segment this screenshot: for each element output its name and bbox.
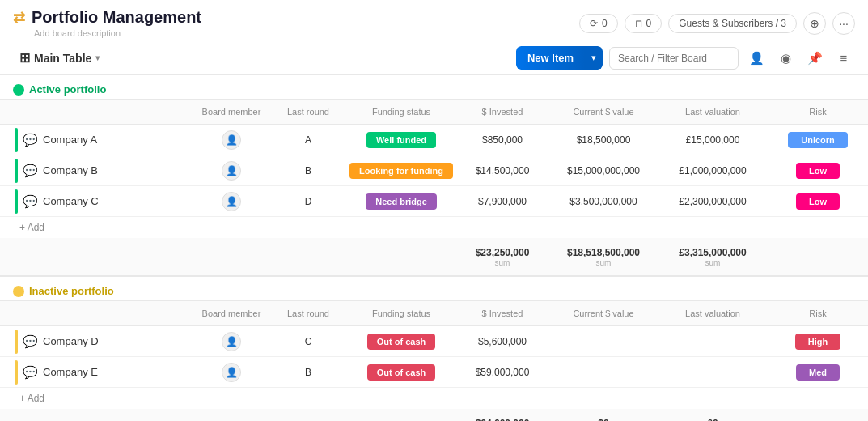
col-invested: $ Invested [458,104,547,120]
last-valuation-cell: £15,000,000 [660,134,765,146]
new-item-button[interactable]: New Item [516,46,585,70]
avatar: 👤 [222,130,241,150]
last-round-cell: A [272,134,345,146]
row-color-bar [15,360,18,385]
active-portfolio-group: Active portfolio Board member Last round… [0,75,868,277]
risk-cell: High [765,334,868,350]
filter-icon-button[interactable]: ≡ [832,47,855,70]
inactive-add-row[interactable]: + Add [0,388,868,409]
inactive-sum-current: $0 sum [547,418,660,422]
table-row: 💬 Company B 👤 B Looking for funding $14,… [0,155,868,186]
header-right: ⟳ 0 ⊓ 0 Guests & Subscribers / 3 ⊕ ··· [579,12,855,35]
active-group-header: Active portfolio [0,75,868,99]
comment-icon[interactable]: 💬 [23,133,38,147]
funding-status-cell: Looking for funding [345,163,458,179]
current-value-cell: $15,000,000,000 [547,165,660,176]
col-funding-i: Funding status [345,305,458,321]
user-avatar-button[interactable]: 👤 [745,47,768,70]
active-add-label: + Add [19,222,44,233]
comment-icon[interactable]: 💬 [23,194,38,209]
search-input[interactable] [609,47,739,70]
invite-icon-button[interactable]: ⊕ [803,12,826,35]
last-round-cell: C [272,336,345,347]
toolbar-right: New Item ▾ 👤 ◉ 📌 ≡ [516,46,855,70]
main-table-button[interactable]: ⊞ Main Table ▾ [13,47,106,69]
company-name: Company B [43,164,98,176]
integrations-button[interactable]: ⊓ 0 [625,14,663,33]
last-round-cell: B [272,367,345,378]
new-item-dropdown-button[interactable]: ▾ [585,46,603,70]
avatar: 👤 [222,192,241,211]
invested-cell: $7,900,000 [458,196,547,207]
inactive-portfolio-group: Inactive portfolio Board member Last rou… [0,277,868,421]
board-member-cell: 👤 [191,192,272,211]
pin-icon-button[interactable]: 📌 [803,47,826,70]
row-name-cell: 💬 Company B [13,159,191,183]
table-row: 💬 Company E 👤 B Out of cash $59,000,000 … [0,357,868,388]
last-round-cell: B [272,165,345,176]
row-color-bar [15,330,18,354]
invested-cell: $14,500,000 [458,165,547,176]
automations-count: 0 [602,18,608,29]
toolbar-left: ⊞ Main Table ▾ [13,47,106,69]
column-headers-active: Board member Last round Funding status $… [0,99,868,125]
app-title: ⇄ Portfolio Management [13,8,201,27]
comment-icon[interactable]: 💬 [23,334,38,349]
header-left: ⇄ Portfolio Management Add board descrip… [13,8,201,38]
avatar: 👤 [222,161,241,181]
inactive-sum-invested: $64,600,000 sum [458,418,547,422]
active-add-row[interactable]: + Add [0,217,868,238]
inactive-group-dot [13,286,24,297]
board-icon: ⇄ [13,9,25,27]
col-board-member-i: Board member [191,305,272,321]
column-headers-inactive: Board member Last round Funding status $… [0,300,868,326]
inactive-add-label: + Add [19,393,44,404]
board-description[interactable]: Add board description [34,28,201,38]
risk-badge: Low [796,193,840,210]
table-row: 💬 Company D 👤 C Out of cash $5,600,000 H… [0,326,868,357]
risk-cell: Unicorn [765,132,868,148]
avatar: 👤 [222,363,241,382]
board-member-cell: 👤 [191,161,272,181]
table-icon: ⊞ [19,50,30,66]
guests-button[interactable]: Guests & Subscribers / 3 [668,14,797,33]
row-name-cell: 💬 Company D [13,330,191,354]
risk-cell: Med [765,364,868,381]
col-current-i: Current $ value [547,305,660,321]
main-table-label: Main Table [34,52,91,65]
active-sum-current: $18,518,500,000 sum [547,247,660,267]
company-name: Company E [43,366,98,378]
table-area: Active portfolio Board member Last round… [0,75,868,421]
last-round-cell: D [272,196,345,207]
row-name-cell: 💬 Company E [13,360,191,385]
active-sum-invested: $23,250,000 sum [458,247,547,267]
comment-icon[interactable]: 💬 [23,164,38,178]
chevron-down-icon: ▾ [95,53,100,62]
col-invested-i: $ Invested [458,305,547,321]
more-options-button[interactable]: ··· [832,12,855,35]
col-current-value: Current $ value [547,104,660,120]
new-item-label: New Item [527,52,574,64]
automations-button[interactable]: ⟳ 0 [579,14,618,33]
funding-status-cell: Out of cash [345,364,458,381]
funding-status-cell: Need bridge [345,193,458,210]
active-sum-valuation: £3,315,000,000 sum [660,247,765,267]
comment-icon[interactable]: 💬 [23,365,38,380]
inactive-sum-valuation: £0 sum [660,418,765,422]
company-name: Company A [43,134,97,146]
col-last-round: Last round [272,104,345,120]
inactive-rows: 💬 Company D 👤 C Out of cash $5,600,000 H… [0,326,868,388]
eye-icon-button[interactable]: ◉ [774,47,797,70]
funding-badge: Out of cash [367,364,436,381]
board-member-cell: 👤 [191,332,272,351]
risk-badge: Med [796,364,840,381]
board-member-cell: 👤 [191,363,272,382]
last-valuation-cell: £1,000,000,000 [660,165,765,176]
current-value-cell: $18,500,000 [547,134,660,146]
last-valuation-cell: £2,300,000,000 [660,196,765,207]
funding-badge: Need bridge [366,193,437,210]
board-member-cell: 👤 [191,130,272,150]
integrations-icon: ⊓ [635,18,642,29]
toolbar: ⊞ Main Table ▾ New Item ▾ 👤 ◉ 📌 ≡ [0,41,868,75]
col-valuation-i: Last valuation [660,305,765,321]
